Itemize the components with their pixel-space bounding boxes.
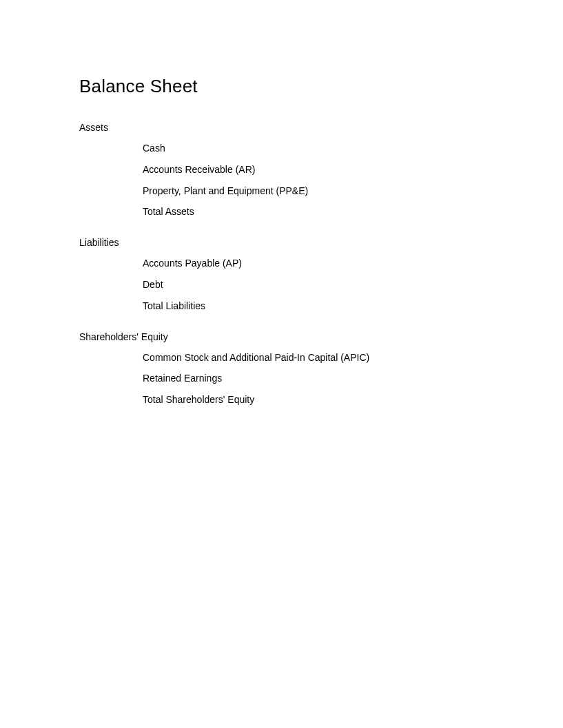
list-item: Retained Earnings [143, 373, 563, 384]
section-shareholders-equity: Shareholders' Equity Common Stock and Ad… [79, 331, 563, 406]
section-items: Accounts Payable (AP) Debt Total Liabili… [79, 258, 563, 311]
list-item: Property, Plant and Equipment (PP&E) [143, 185, 563, 197]
list-item: Accounts Payable (AP) [143, 258, 563, 269]
section-liabilities: Liabilities Accounts Payable (AP) Debt T… [79, 237, 563, 311]
section-heading: Liabilities [79, 237, 563, 248]
page-title: Balance Sheet [79, 76, 563, 97]
list-item: Total Liabilities [143, 300, 563, 312]
section-heading: Assets [79, 122, 563, 133]
list-item: Total Shareholders' Equity [143, 394, 563, 406]
section-heading: Shareholders' Equity [79, 331, 563, 342]
list-item: Debt [143, 279, 563, 291]
section-items: Common Stock and Additional Paid-In Capi… [79, 352, 563, 406]
section-assets: Assets Cash Accounts Receivable (AR) Pro… [79, 122, 563, 218]
list-item: Common Stock and Additional Paid-In Capi… [143, 352, 563, 364]
document-page: Balance Sheet Assets Cash Accounts Recei… [0, 0, 563, 406]
list-item: Total Assets [143, 206, 563, 218]
list-item: Cash [143, 143, 563, 154]
section-items: Cash Accounts Receivable (AR) Property, … [79, 143, 563, 218]
list-item: Accounts Receivable (AR) [143, 164, 563, 176]
